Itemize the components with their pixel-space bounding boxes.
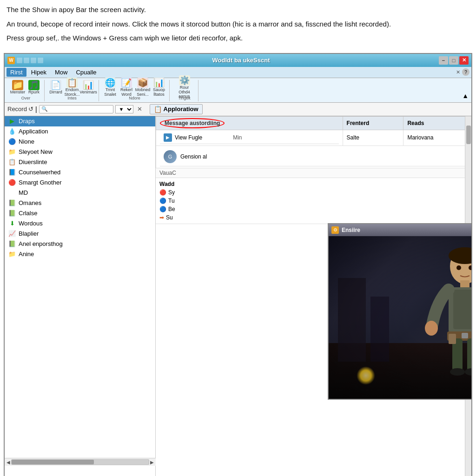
sidebar-item-sleyoet-new[interactable]: 📁 Sleyoet New [5,147,155,157]
ribbon-icon-mobned[interactable]: 📦 Mobned Seni... [135,80,150,95]
sidebar-item-anine[interactable]: 📁 Anine [5,249,155,259]
mini-icon-2 [24,58,29,63]
scroll-right-arrow[interactable]: ▶ [150,460,154,465]
record-close-btn[interactable]: ✕ [135,106,144,112]
sidebar-item-wordous[interactable]: ⬇ Wordous [5,218,155,229]
ribbon-icon-trnnt[interactable]: 🌐 Trnnt Snalet [103,80,118,95]
title-bar-left: W [7,57,43,64]
svg-point-7 [425,321,438,336]
nione-icon: 🔵 [8,138,16,145]
sidebar-item-omanes[interactable]: 📗 Omanes [5,198,155,208]
record-bar: Record ↺ | 🔍 ▼ ✕ 📋 Apploratiow [5,103,471,116]
radio-icon-tu: 🔵 [159,198,166,204]
ribbon-icon-dirrard[interactable]: 📄 Dirrard [48,80,63,95]
ribbon-icon-rpurk[interactable]: 🎵 Rpurk [26,80,41,95]
rour-icon: ⚙️ [179,75,190,86]
gension-row: G Gension al [160,147,467,166]
rekerl-icon: 📝 [121,78,132,88]
omanes-icon: 📗 [8,199,16,207]
ribbon-icon-rour[interactable]: ⚙️ Rour Othd4 sanus [177,80,192,95]
arrow-icon-su: ➡ [159,214,164,221]
svg-rect-6 [462,333,468,338]
radio-label-sy: Sy [168,189,175,196]
maximize-button[interactable]: □ [449,56,458,65]
svg-rect-2 [460,280,469,287]
record-dropdown[interactable]: ▼ [115,105,133,113]
md-icon [8,189,16,197]
gension-label: Gension al [180,153,207,160]
search-input[interactable] [49,106,111,112]
endom-icon: 📋 [66,78,78,88]
ribbon-icon-rekerl[interactable]: 📝 Rekerl Word [119,80,134,95]
sidebar: ▶ Draps 💧 Application 🔵 Nione 📁 Sleyoet … [5,116,156,476]
scroll-left-arrow[interactable]: ◀ [7,460,10,465]
sidebar-item-anel[interactable]: 📗 Anel enporsthog [5,239,155,249]
record-label: Record ↺ [7,106,33,112]
sidebar-item-diuerslinte[interactable]: 📋 Diuerslinte [5,157,155,167]
record-arrow: ↺ [28,106,33,112]
ribbon-expand[interactable]: ▲ [462,92,469,101]
mini-icon-1 [17,58,22,63]
ribbon-icons-tingek: ⚙️ Rour Othd4 sanus [177,80,192,95]
sidebar-item-counselwerhed[interactable]: 📘 Counselwerhed [5,167,155,178]
venimars-icon: 📊 [83,80,94,90]
sidebar-item-nione[interactable]: 🔵 Nione [5,137,155,147]
draps-icon: ▶ [8,118,16,125]
sauop-label: Sauop lltatos [152,88,166,97]
sleyoet-icon: 📁 [8,148,16,156]
record-search-box[interactable]: 🔍 [39,105,113,113]
table-cell-mariovana: Mariovana [403,130,471,145]
draps-label: Draps [19,118,35,125]
sauop-icon: 📊 [153,78,165,88]
menu-item-mow[interactable]: Mow [51,68,71,77]
overlay-title-left: ⚙ Ensiire [331,226,360,234]
sidebar-item-smargt-gnother[interactable]: 🔴 Smargt Gnother [5,178,155,188]
minimize-button[interactable]: − [439,56,448,65]
ribbon-icon-menster[interactable]: 📁 Menster [10,80,25,95]
game-scene-image [329,236,471,399]
blaplier-label: Blaplier [19,230,39,237]
ribbon-group-over: 📁 Menster 🎵 Rpurk Over [7,80,45,101]
ribbon-icon-sauop[interactable]: 📊 Sauop lltatos [152,80,166,95]
menu-help-btn[interactable]: ? [462,68,469,76]
scrollbar-thumb[interactable] [466,126,471,144]
menu-bar: Rirst Hipek Mow Cpualle ✕ ? [5,67,471,78]
radio-row-tu[interactable]: 🔵 Tu [159,197,468,205]
ribbon-icon-endom[interactable]: 📋 Endom Storck... [65,80,79,95]
vaua-bar: VauaC [156,168,471,178]
scroll-track[interactable] [11,459,149,465]
radio-row-su[interactable]: ➡ Su [159,213,468,222]
table-row-gension[interactable]: G Gension al [156,145,471,168]
anine-label: Anine [19,251,34,258]
radio-row-be[interactable]: 🔵 Be [159,205,468,213]
radio-row-sy[interactable]: 🔴 Sy [159,188,468,197]
sidebar-item-blaplier[interactable]: 📈 Blaplier [5,229,155,239]
sidebar-item-draps[interactable]: ▶ Draps [5,116,155,126]
bg-building-1 [338,278,366,362]
dirrard-icon: 📄 [50,80,61,90]
intro-text-area: The the Show in apoy Bar the screen acti… [0,0,476,51]
menu-item-hipek[interactable]: Hipek [27,68,50,77]
min-label: Min [233,134,242,141]
svg-point-12 [465,368,471,376]
sidebar-item-md[interactable]: MD [5,188,155,198]
ribbon-group-intes: 📄 Dirrard 📋 Endom Storck... 📊 Venimars I… [46,80,99,101]
svg-rect-10 [467,338,471,371]
table-row-1[interactable]: ▶ View Fugle Min Salte Mariovana [156,130,471,145]
application-icon: 💧 [8,128,16,135]
sidebar-item-application[interactable]: 💧 Application [5,126,155,137]
anel-icon: 📗 [8,240,16,248]
mini-icon-3 [31,58,36,63]
title-bar: W Wodldt ba ukeSscnt − □ ✕ [5,54,471,67]
scroll-thumb-h [12,460,94,464]
menu-close-x-label: ✕ [456,69,460,75]
ribbon-icon-venimars[interactable]: 📊 Venimars [81,80,96,95]
sidebar-item-crlalse[interactable]: 📗 Crlalse [5,208,155,218]
application-tab[interactable]: 📋 Apploratiow [150,104,203,114]
close-button[interactable]: ✕ [459,56,469,65]
title-bar-mini-icons [17,58,43,63]
nione-label: Nione [19,138,34,145]
menu-item-cpualle[interactable]: Cpualle [72,68,100,77]
intro-line3: Press group sef,. the Windows + Gress ca… [7,33,469,44]
menu-item-rirst[interactable]: Rirst [7,68,26,77]
